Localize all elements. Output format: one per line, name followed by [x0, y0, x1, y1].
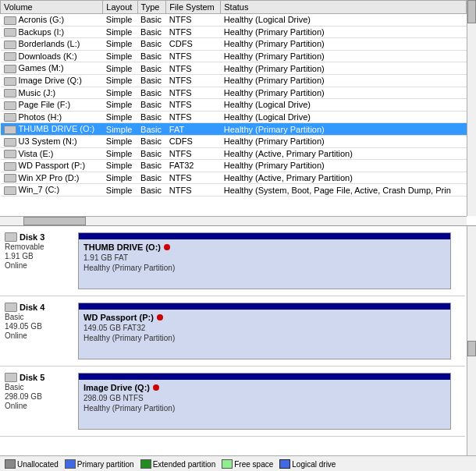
- cell-type: Basic: [137, 26, 166, 38]
- cell-layout: Simple: [103, 147, 137, 160]
- disk-vscrollbar[interactable]: [467, 226, 476, 455]
- disk-number: Disk 4: [20, 303, 44, 312]
- volume-name: Image Drive (Q:): [19, 76, 82, 85]
- table-hscrollbar[interactable]: [0, 216, 467, 225]
- volume-name: WD Passport (P:): [19, 161, 86, 170]
- table-row[interactable]: Vista (E:)SimpleBasicNTFSHealthy (Active…: [1, 147, 467, 160]
- disk-bar-header: [79, 233, 450, 239]
- volume-name: Win XP Pro (D:): [19, 173, 80, 182]
- table-row[interactable]: Games (M:)SimpleBasicNTFSHealthy (Primar…: [1, 62, 467, 75]
- disk-number: Disk 3: [20, 232, 44, 242]
- partition-status: Healthy (Primary Partition): [83, 404, 446, 413]
- disk-partition-area[interactable]: WD Passport (P:)149.05 GB FAT32Healthy (…: [79, 310, 450, 359]
- drive-icon: [4, 52, 16, 61]
- legend-box-logical: [279, 459, 290, 469]
- table-row[interactable]: Win_7 (C:)SimpleBasicNTFSHealthy (System…: [1, 184, 467, 197]
- cell-status: Healthy (Primary Partition): [221, 160, 467, 172]
- volume-name: U3 System (N:): [19, 136, 77, 146]
- cell-type: Basic: [137, 172, 166, 184]
- cell-status: Healthy (Primary Partition): [221, 74, 467, 87]
- cell-layout: Simple: [103, 99, 137, 112]
- table-vscrollbar[interactable]: [467, 0, 476, 216]
- disk-visual[interactable]: Image Drive (Q:)298.09 GB NTFSHealthy (P…: [78, 370, 454, 433]
- disk-panel[interactable]: Disk 4Basic149.05 GBOnlineWD Passport (P…: [0, 296, 465, 367]
- drive-icon: [4, 162, 16, 171]
- disk-vscrollbar-thumb[interactable]: [467, 341, 476, 356]
- cell-volume: THUMB DRIVE (O:): [1, 123, 103, 136]
- cell-status: Healthy (Primary Partition): [221, 50, 467, 62]
- disk-visual-section: Disk 3Removable1.91 GBOnlineTHUMB DRIVE …: [0, 226, 476, 471]
- cell-status: Healthy (Logical Drive): [221, 14, 467, 27]
- cell-layout: Simple: [103, 160, 137, 172]
- cell-volume: Games (M:): [1, 62, 103, 75]
- volume-table: Volume Layout Type File System Status Ac…: [0, 0, 467, 197]
- volume-name: Backups (I:): [19, 27, 65, 37]
- partition-status: Healthy (Primary Partition): [83, 264, 446, 272]
- cell-volume: Backups (I:): [1, 26, 103, 38]
- disk-panel[interactable]: Disk 3Removable1.91 GBOnlineTHUMB DRIVE …: [0, 226, 465, 296]
- legend-unallocated: Unallocated: [5, 459, 59, 469]
- table-header-row: Volume Layout Type File System Status: [1, 1, 467, 14]
- disk-icon: [5, 373, 17, 382]
- cell-fs: NTFS: [166, 74, 221, 87]
- cell-type: Basic: [137, 87, 166, 99]
- legend-box-unallocated: [5, 459, 16, 469]
- disk-visual[interactable]: WD Passport (P:)149.05 GB FAT32Healthy (…: [78, 299, 454, 363]
- col-header-layout: Layout: [103, 1, 137, 14]
- cell-fs: FAT: [166, 123, 221, 136]
- legend-label-logical: Logical drive: [292, 460, 336, 469]
- table-row[interactable]: Image Drive (Q:)SimpleBasicNTFSHealthy (…: [1, 74, 467, 87]
- cell-type: Basic: [137, 111, 166, 123]
- disk-panel[interactable]: Disk 5Basic298.09 GBOnlineImage Drive (Q…: [0, 367, 465, 437]
- drive-icon: [4, 77, 16, 86]
- cell-type: Basic: [137, 123, 166, 136]
- cell-volume: Win_7 (C:): [1, 184, 103, 197]
- volume-name: Vista (E:): [19, 149, 54, 158]
- disk-visual[interactable]: THUMB DRIVE (O:)1.91 GB FATHealthy (Prim…: [78, 229, 454, 292]
- cell-layout: Simple: [103, 172, 137, 184]
- disk-partition-area[interactable]: THUMB DRIVE (O:)1.91 GB FATHealthy (Prim…: [79, 239, 450, 289]
- volume-name: Games (M:): [19, 63, 64, 73]
- cell-layout: Simple: [103, 26, 137, 38]
- cell-type: Basic: [137, 135, 166, 147]
- col-header-filesystem: File System: [166, 1, 221, 14]
- table-row[interactable]: Downloads (K:)SimpleBasicNTFSHealthy (Pr…: [1, 50, 467, 62]
- cell-volume: WD Passport (P:): [1, 160, 103, 172]
- disk-size: 1.91 GB: [5, 252, 73, 260]
- partition-size: 149.05 GB FAT32: [83, 324, 446, 332]
- cell-layout: Simple: [103, 111, 137, 123]
- drive-icon: [4, 174, 16, 182]
- cell-layout: Simple: [103, 50, 137, 62]
- table-row[interactable]: WD Passport (P:)SimpleBasicFAT32Healthy …: [1, 160, 467, 172]
- volume-name: Music (J:): [19, 88, 56, 97]
- drive-icon: [4, 186, 16, 195]
- table-row[interactable]: Page File (F:)SimpleBasicNTFSHealthy (Lo…: [1, 99, 467, 112]
- disk-icon: [5, 232, 17, 242]
- cell-fs: NTFS: [166, 14, 221, 27]
- disk-partition-area[interactable]: Image Drive (Q:)298.09 GB NTFSHealthy (P…: [79, 380, 450, 429]
- table-row[interactable]: Photos (H:)SimpleBasicNTFSHealthy (Logic…: [1, 111, 467, 123]
- partition-indicator: [164, 244, 170, 250]
- table-row[interactable]: Backups (I:)SimpleBasicNTFSHealthy (Prim…: [1, 26, 467, 38]
- cell-volume: Image Drive (Q:): [1, 74, 103, 87]
- cell-fs: NTFS: [166, 50, 221, 62]
- table-row[interactable]: Acronis (G:)SimpleBasicNTFSHealthy (Logi…: [1, 14, 467, 27]
- table-row[interactable]: Win XP Pro (D:)SimpleBasicNTFSHealthy (A…: [1, 172, 467, 184]
- cell-fs: FAT32: [166, 160, 221, 172]
- partition-size: 298.09 GB NTFS: [83, 394, 446, 402]
- table-row[interactable]: U3 System (N:)SimpleBasicCDFSHealthy (Pr…: [1, 135, 467, 147]
- cell-layout: Simple: [103, 74, 137, 87]
- table-row[interactable]: Music (J:)SimpleBasicNTFSHealthy (Primar…: [1, 87, 467, 99]
- cell-volume: Borderlands (L:): [1, 38, 103, 51]
- volume-name: Page File (F:): [19, 100, 71, 109]
- cell-volume: U3 System (N:): [1, 135, 103, 147]
- table-row[interactable]: THUMB DRIVE (O:)SimpleBasicFATHealthy (P…: [1, 123, 467, 136]
- cell-type: Basic: [137, 99, 166, 112]
- cell-status: Healthy (Active, Primary Partition): [221, 172, 467, 184]
- cell-status: Healthy (Logical Drive): [221, 99, 467, 112]
- cell-type: Basic: [137, 14, 166, 27]
- cell-status: Healthy (Primary Partition): [221, 62, 467, 75]
- cell-status: Healthy (Primary Partition): [221, 38, 467, 51]
- table-vscrollbar-thumb[interactable]: [467, 0, 476, 23]
- table-row[interactable]: Borderlands (L:)SimpleBasicCDFSHealthy (…: [1, 38, 467, 51]
